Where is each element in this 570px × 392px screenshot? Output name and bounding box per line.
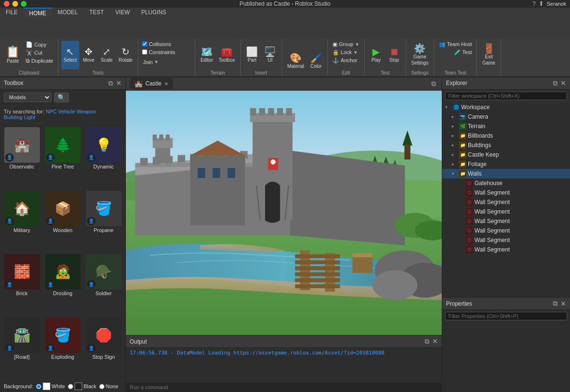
group-icon: ▣ [332,41,337,47]
toolbox-close-icon[interactable]: ✕ [116,79,122,87]
model-item-exploding[interactable]: 🪣 👤 Exploding [43,316,83,378]
explorer-close-icon[interactable]: ✕ [560,79,566,87]
collisions-checkbox[interactable] [142,41,147,47]
castle-tab-label: Castle [145,80,162,87]
team-host-button[interactable]: 👥 Team Host [437,41,474,48]
tree-item-wall_seg6[interactable]: ⬡ Wall Segment [442,235,570,245]
model-item-road[interactable]: 🛣️ 👤 [Road] [2,316,42,378]
tree-item-terrain[interactable]: ▸ 🌿 Terrain [442,121,570,131]
suggestion-weapon[interactable]: Weapon [76,109,96,114]
stop-button[interactable]: ⏹ Stop [386,41,403,69]
model-item-observatic[interactable]: 🏰 👤 Observatic [2,125,42,188]
model-item-propane[interactable]: 🪣 👤 Propane [84,189,124,252]
model-item-brick[interactable]: 🧱 👤 Brick [2,252,42,315]
props-detach-icon[interactable]: ⧉ [553,299,558,308]
model-item-dynamic[interactable]: 💡 👤 Dynamic [84,125,124,188]
menu-file[interactable]: FILE [0,8,23,18]
bg-white-option[interactable]: White [36,383,65,390]
help-icon[interactable]: ? [532,0,536,7]
scale-button[interactable]: ⤢ Scale [98,41,115,69]
tree-item-foliage[interactable]: ▸ 📁 Foliage [442,159,570,169]
duplicate-button[interactable]: ⧉ Duplicate [24,57,55,65]
select-button[interactable]: ↖ Select [61,41,79,69]
paste-button[interactable]: 📋 Paste [3,41,23,68]
tree-item-billboards[interactable]: ▸ 📁 Billboards [442,131,570,140]
bg-none-radio[interactable] [99,384,104,389]
constraints-checkbox[interactable] [142,49,147,55]
collisions-toggle[interactable]: Collisions [141,41,176,47]
tree-item-walls[interactable]: ▾ 📁 Walls [442,169,570,178]
copy-button[interactable]: 📄 Copy [24,41,55,48]
color-button[interactable]: 🖌️ Color [307,47,324,75]
material-button[interactable]: 🎨 Material [285,47,307,75]
menu-view[interactable]: VIEW [110,8,136,18]
move-button[interactable]: ✥ Move [80,41,97,69]
output-detach-icon[interactable]: ⧉ [425,337,429,345]
share-icon[interactable]: ⬆ [539,0,544,7]
ui-button[interactable]: 🖥️ UI [262,41,279,69]
tree-item-wall_seg5[interactable]: ⬡ Wall Segment [442,226,570,235]
toolbox-search-button[interactable]: 🔍 [54,93,69,103]
join-button[interactable]: Join ▼ [141,59,176,65]
tree-item-workspace[interactable]: ▾ 🌐 Workspace [442,103,570,112]
explorer-detach-icon[interactable]: ⧉ [553,79,558,87]
bg-black-option[interactable]: Black [68,383,96,390]
cut-button[interactable]: ✂️ Cut [24,49,55,56]
constraints-toggle[interactable]: Constraints [141,49,176,56]
tree-arrow-castle_keep: ▸ [452,152,457,157]
model-item-military[interactable]: 🏠 👤 Military [2,189,42,252]
model-item-soldier[interactable]: 🪖 👤 Soldier [84,252,124,315]
props-close-icon[interactable]: ✕ [560,300,566,308]
castle-tab-close[interactable]: ✕ [164,81,168,86]
tree-item-camera[interactable]: ▸ 📷 Camera [442,112,570,121]
lock-button[interactable]: 🔒 Lock ▼ [331,49,361,56]
game-settings-button[interactable]: ⚙️ Game Settings [409,41,431,68]
bg-black-radio[interactable] [68,384,73,389]
tree-item-gatehouse[interactable]: ⬡ Gatehouse [442,178,570,188]
toolbox-detach-icon[interactable]: ⧉ [108,79,113,87]
model-item-drooling[interactable]: 🧟 👤 Drooling [43,252,83,315]
properties-search-input[interactable] [445,312,567,320]
toolbox-type-select[interactable]: Models [4,93,51,102]
part-button[interactable]: ⬜ Part [244,41,261,69]
output-close-icon[interactable]: ✕ [432,337,438,345]
exit-game-button[interactable]: 🚪 Exit Game [480,41,497,68]
toolbox-ribbon-button[interactable]: 🧰 Toolbox [216,41,237,69]
menu-plugins[interactable]: PLUGINS [135,8,172,18]
bg-white-radio[interactable] [36,384,41,389]
group-button[interactable]: ▣ Group ▼ [331,41,361,48]
menu-model[interactable]: MODEL [52,8,84,18]
team-test-button[interactable]: 🧪 Test [452,49,474,56]
minimize-button[interactable] [12,1,18,7]
tree-item-castle_keep[interactable]: ▸ 📁 Castle Keep [442,150,570,159]
model-item-pinetree[interactable]: 🌲 👤 Pine Tree [43,125,83,188]
tree-item-wall_seg1[interactable]: ⬡ Wall Segment [442,188,570,197]
svg-rect-23 [178,155,185,162]
viewport[interactable] [126,91,442,335]
close-button[interactable] [4,1,10,7]
suggestion-npc[interactable]: NPC [46,109,57,114]
bg-none-option[interactable]: None [99,383,118,389]
menu-test[interactable]: TEST [84,8,110,18]
suggestion-building[interactable]: Building [4,114,22,120]
anchor-button[interactable]: ⚓ Anchor [331,57,361,64]
explorer-search-input[interactable] [445,92,567,100]
rotate-button[interactable]: ↻ Rotate [116,41,135,69]
suggestion-light[interactable]: Light [24,114,35,120]
tree-item-wall_seg2[interactable]: ⬡ Wall Segment [442,197,570,207]
model-item-stop[interactable]: 🛑 👤 Stop Sign [84,316,124,378]
menu-home[interactable]: HOME [23,8,52,18]
play-button[interactable]: ▶ Play [368,41,385,69]
tree-item-wall_seg7[interactable]: ⬡ Wall Segment [442,245,570,254]
model-item-wooden[interactable]: 📦 👤 Wooden [43,189,83,252]
tree-item-buildings[interactable]: ▸ 📁 Buildings [442,140,570,150]
suggestion-vehicle[interactable]: Vehicle [58,109,75,114]
command-input[interactable] [130,384,438,390]
creator-badge-exploding: 👤 [46,344,55,352]
viewport-restore-icon[interactable]: ⧉ [429,80,438,88]
tree-item-wall_seg4[interactable]: ⬡ Wall Segment [442,216,570,226]
tree-item-wall_seg3[interactable]: ⬡ Wall Segment [442,207,570,216]
maximize-button[interactable] [21,1,27,7]
castle-tab[interactable]: 🏰 Castle ✕ [130,78,173,89]
editor-button[interactable]: 🗺️ Editor [198,41,215,69]
